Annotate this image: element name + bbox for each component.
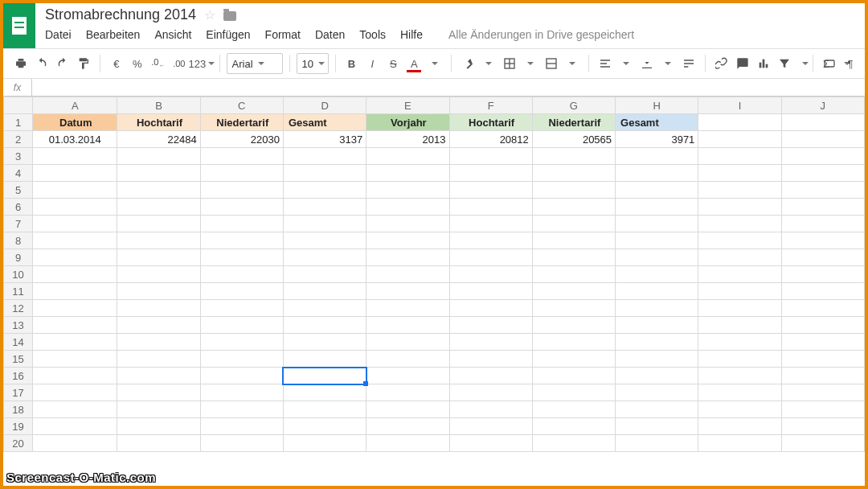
cell-H16[interactable]: [616, 368, 698, 384]
cell-J13[interactable]: [781, 317, 864, 334]
star-icon[interactable]: ☆: [204, 7, 215, 23]
cell-F5[interactable]: [449, 182, 532, 199]
row-header-20[interactable]: 20: [4, 435, 33, 452]
cell-A10[interactable]: [33, 266, 117, 283]
cell-F2[interactable]: 20812: [449, 131, 532, 148]
increase-decimal-button[interactable]: .00: [170, 53, 189, 74]
cell-J19[interactable]: [781, 418, 864, 435]
fill-color-button[interactable]: [458, 53, 477, 74]
cell-B16[interactable]: [117, 368, 200, 384]
cell-I7[interactable]: [698, 216, 781, 232]
spreadsheet-grid[interactable]: ABCDEFGHIJ 1DatumHochtarifNiedertarifGes…: [3, 97, 865, 452]
cell-C9[interactable]: [200, 249, 283, 266]
cell-G7[interactable]: [532, 216, 615, 232]
cell-J7[interactable]: [781, 216, 864, 232]
cell-E8[interactable]: [366, 232, 449, 249]
cell-C1[interactable]: Niedertarif: [200, 114, 283, 131]
cell-B14[interactable]: [117, 334, 200, 351]
cell-H19[interactable]: [616, 418, 698, 435]
cell-E15[interactable]: [366, 351, 449, 368]
cell-B7[interactable]: [117, 216, 200, 232]
h-align-dropdown[interactable]: [616, 53, 636, 74]
cell-F16[interactable]: [449, 368, 532, 384]
cell-B8[interactable]: [117, 232, 200, 249]
cell-J11[interactable]: [781, 283, 864, 300]
cell-J20[interactable]: [781, 435, 864, 452]
input-tool-button[interactable]: [820, 53, 839, 74]
cell-G9[interactable]: [532, 249, 615, 266]
row-header-1[interactable]: 1: [4, 114, 33, 131]
cell-B13[interactable]: [117, 317, 200, 334]
cell-J14[interactable]: [781, 334, 864, 351]
borders-dropdown[interactable]: [521, 53, 540, 74]
cell-H2[interactable]: 3971: [616, 131, 698, 148]
currency-button[interactable]: €: [107, 53, 126, 74]
cell-F13[interactable]: [449, 317, 532, 334]
cell-B2[interactable]: 22484: [117, 131, 200, 148]
row-header-16[interactable]: 16: [4, 368, 33, 384]
cell-A4[interactable]: [33, 165, 117, 182]
cell-B10[interactable]: [117, 266, 200, 283]
text-color-button[interactable]: A: [404, 53, 424, 74]
cell-G19[interactable]: [532, 418, 615, 435]
column-header-G[interactable]: G: [532, 97, 615, 114]
document-title[interactable]: Stromabrechnung 2014: [45, 6, 196, 23]
cell-J10[interactable]: [781, 266, 864, 283]
cell-I3[interactable]: [698, 148, 781, 165]
borders-button[interactable]: [500, 53, 519, 74]
cell-A6[interactable]: [33, 199, 117, 216]
cell-F20[interactable]: [449, 435, 532, 452]
cell-H14[interactable]: [616, 334, 698, 351]
cell-G17[interactable]: [532, 384, 615, 401]
cell-F3[interactable]: [449, 148, 532, 165]
merge-cells-dropdown[interactable]: [563, 53, 582, 74]
cell-C16[interactable]: [200, 368, 283, 384]
cell-H3[interactable]: [616, 148, 698, 165]
row-header-7[interactable]: 7: [4, 216, 33, 232]
cell-E17[interactable]: [366, 384, 449, 401]
cell-I17[interactable]: [698, 384, 781, 401]
insert-comment-button[interactable]: [733, 53, 752, 74]
cell-C12[interactable]: [200, 300, 283, 317]
column-header-B[interactable]: B: [117, 97, 200, 114]
cell-J18[interactable]: [781, 401, 864, 418]
cell-H18[interactable]: [616, 401, 698, 418]
cell-B9[interactable]: [117, 249, 200, 266]
insert-link-button[interactable]: [712, 53, 731, 74]
row-header-5[interactable]: 5: [4, 182, 33, 199]
fill-color-dropdown[interactable]: [479, 53, 498, 74]
cell-D17[interactable]: [283, 384, 366, 401]
cell-D6[interactable]: [283, 199, 366, 216]
cell-I10[interactable]: [698, 266, 781, 283]
column-header-A[interactable]: A: [33, 97, 117, 114]
cell-E13[interactable]: [366, 317, 449, 334]
cell-D16[interactable]: [283, 368, 366, 384]
cell-H17[interactable]: [616, 384, 698, 401]
cell-C7[interactable]: [200, 216, 283, 232]
column-header-C[interactable]: C: [200, 97, 283, 114]
row-header-19[interactable]: 19: [4, 418, 33, 435]
cell-E7[interactable]: [366, 216, 449, 232]
cell-C11[interactable]: [200, 283, 283, 300]
cell-G13[interactable]: [532, 317, 615, 334]
cell-A13[interactable]: [33, 317, 117, 334]
font-size-dropdown[interactable]: 10: [297, 53, 329, 74]
percent-button[interactable]: %: [128, 53, 147, 74]
text-wrap-button[interactable]: [679, 53, 698, 74]
cell-F6[interactable]: [449, 199, 532, 216]
cell-C6[interactable]: [200, 199, 283, 216]
cell-G2[interactable]: 20565: [532, 131, 615, 148]
cell-E5[interactable]: [366, 182, 449, 199]
cell-H6[interactable]: [616, 199, 698, 216]
cell-D15[interactable]: [283, 351, 366, 368]
cell-G12[interactable]: [532, 300, 615, 317]
cell-J16[interactable]: [781, 368, 864, 384]
v-align-dropdown[interactable]: [658, 53, 678, 74]
cell-G6[interactable]: [532, 199, 615, 216]
cell-A14[interactable]: [33, 334, 117, 351]
cell-I11[interactable]: [698, 283, 781, 300]
row-header-2[interactable]: 2: [4, 131, 33, 148]
row-header-12[interactable]: 12: [4, 300, 33, 317]
cell-J4[interactable]: [781, 165, 864, 182]
cell-B1[interactable]: Hochtarif: [117, 114, 200, 131]
